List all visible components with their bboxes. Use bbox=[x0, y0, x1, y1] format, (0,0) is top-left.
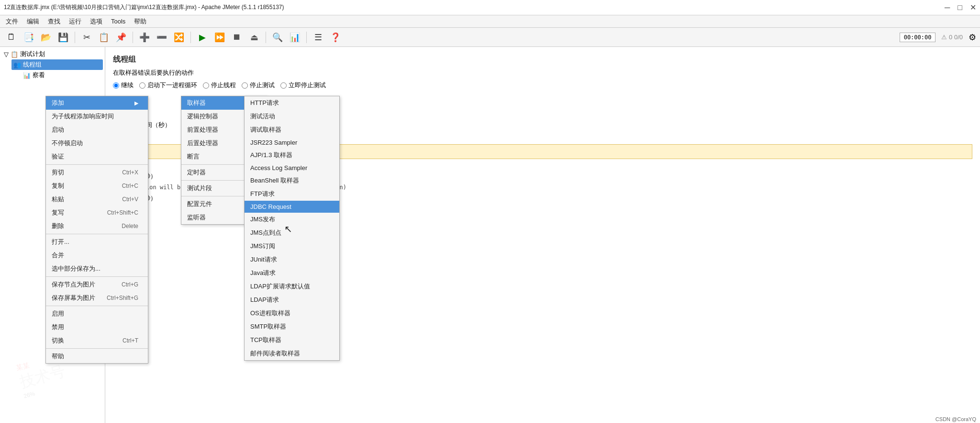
ctx-sep-5 bbox=[46, 348, 148, 349]
ctx-item-validate[interactable]: 验证 bbox=[46, 150, 148, 163]
tree-item-listener[interactable]: 📊 察看 bbox=[21, 70, 103, 80]
ctx-item-smtp-sampler[interactable]: SMTP取样器 bbox=[245, 320, 339, 333]
submenu-arrow-add: ▶ bbox=[134, 100, 138, 106]
thread-group-icon: 👥 bbox=[13, 61, 21, 69]
start-button[interactable]: ▶ bbox=[195, 30, 210, 45]
ctx-item-jms-publisher[interactable]: JMS发布 bbox=[245, 213, 339, 226]
ctx-item-copy[interactable]: 复制 Ctrl+C bbox=[46, 179, 148, 193]
ctx-item-help[interactable]: 帮助 bbox=[46, 350, 148, 363]
ctx-item-os-process-sampler[interactable]: OS进程取样器 bbox=[245, 307, 339, 320]
ctx-shortcut-duplicate: Ctrl+Shift+C bbox=[107, 209, 138, 216]
ctx-item-paste[interactable]: 粘贴 Ctrl+V bbox=[46, 193, 148, 206]
toolbar: 🗒 📑 📂 💾 ✂ 📋 📌 ➕ ➖ 🔀 ▶ ⏩ ⏹ ⏏ 🔍 📊 ☰ ❓ 00:0… bbox=[0, 28, 980, 47]
collapse-icon: ▽ bbox=[4, 51, 9, 58]
menu-item-6[interactable]: 帮助 bbox=[130, 16, 150, 27]
ctx-shortcut-save-screen: Ctrl+Shift+G bbox=[107, 295, 138, 301]
title-controls: ─ □ ✕ bbox=[945, 4, 976, 11]
menu-item-3[interactable]: 运行 bbox=[65, 16, 85, 27]
minimize-button[interactable]: ─ bbox=[945, 4, 950, 11]
menu-item-1[interactable]: 编辑 bbox=[23, 16, 43, 27]
ctx-shortcut-delete: Delete bbox=[122, 223, 138, 229]
ctx-item-ajp-sampler[interactable]: AJP/1.3 取样器 bbox=[245, 149, 339, 162]
menu-item-4[interactable]: 选项 bbox=[86, 16, 106, 27]
ctx-item-jms-point-to-point[interactable]: JMS点到点 bbox=[245, 226, 339, 240]
ctx-item-mail-reader-sampler[interactable]: 邮件阅读者取样器 bbox=[245, 347, 339, 360]
ctx-item-open[interactable]: 打开... bbox=[46, 235, 148, 249]
main-area: ▽ 📋 测试计划 👥 线程组 📊 察看 线程组 在取样器错误后要执行的动作 继续… bbox=[0, 47, 980, 423]
shutdown-button[interactable]: ⏏ bbox=[246, 30, 262, 45]
menu-item-5[interactable]: Tools bbox=[107, 17, 129, 26]
collapse-button[interactable]: ➖ bbox=[154, 30, 169, 45]
ctx-item-http-request[interactable]: HTTP请求 bbox=[245, 96, 339, 110]
ctx-item-ftp-request[interactable]: FTP请求 bbox=[245, 187, 339, 201]
ctx-item-cut[interactable]: 剪切 Ctrl+X bbox=[46, 166, 148, 179]
maximize-button[interactable]: □ bbox=[958, 4, 962, 11]
ctx-item-ldap-request[interactable]: LDAP请求 bbox=[245, 293, 339, 307]
menu-item-0[interactable]: 文件 bbox=[2, 16, 22, 27]
save-button[interactable]: 💾 bbox=[56, 30, 71, 45]
paste-button[interactable]: 📌 bbox=[113, 30, 129, 45]
cut-button[interactable]: ✂ bbox=[79, 30, 94, 45]
radio-group-error-action: 继续 启动下一进程循环 停止线程 停止测试 立即停止测试 bbox=[113, 81, 972, 90]
ctx-item-debug-sampler[interactable]: 调试取样器 bbox=[245, 123, 339, 137]
error-action-section: 在取样器错误后要执行的动作 继续 启动下一进程循环 停止线程 停止测试 立即停止… bbox=[113, 69, 972, 90]
ctx-item-beanshell-sampler[interactable]: BeanShell 取样器 bbox=[245, 174, 339, 187]
context-menu-sampler[interactable]: HTTP请求 测试活动 调试取样器 JSR223 Sampler AJP/1.3… bbox=[244, 96, 340, 361]
menu-item-2[interactable]: 查找 bbox=[44, 16, 64, 27]
ctx-item-test-action[interactable]: 测试活动 bbox=[245, 110, 339, 123]
ctx-item-toggle[interactable]: 切换 Ctrl+T bbox=[46, 334, 148, 347]
error-action-label: 在取样器错误后要执行的动作 bbox=[113, 69, 972, 77]
ctx-item-start-no-pause[interactable]: 不停顿启动 bbox=[46, 137, 148, 150]
ctx-item-java-request[interactable]: Java请求 bbox=[245, 266, 339, 280]
status-bar: CSDN @CoraYQ bbox=[932, 415, 980, 423]
open-template-button[interactable]: 📑 bbox=[21, 30, 36, 45]
tree-item-test-plan[interactable]: ▽ 📋 测试计划 bbox=[2, 49, 103, 59]
ctx-item-tcp-sampler[interactable]: TCP取样器 bbox=[245, 333, 339, 347]
ctx-item-enable[interactable]: 启用 bbox=[46, 307, 148, 320]
ctx-item-add[interactable]: 添加 ▶ bbox=[46, 96, 148, 110]
ctx-item-save-screen-img[interactable]: 保存屏幕为图片 Ctrl+Shift+G bbox=[46, 291, 148, 305]
radio-stop-thread[interactable]: 停止线程 bbox=[203, 81, 236, 90]
toggle-button[interactable]: 🔀 bbox=[171, 30, 187, 45]
radio-continue[interactable]: 继续 bbox=[113, 81, 134, 90]
status-text: CSDN @CoraYQ bbox=[935, 416, 976, 422]
help-button[interactable]: ❓ bbox=[328, 30, 343, 45]
tree-item-thread-group[interactable]: 👥 线程组 bbox=[11, 59, 103, 70]
timer-display: 00:00:00 bbox=[900, 33, 936, 42]
toolbar-separator-3 bbox=[190, 32, 191, 43]
ctx-sep-1 bbox=[46, 164, 148, 165]
ctx-item-start[interactable]: 启动 bbox=[46, 123, 148, 137]
ctx-item-jdbc-request[interactable]: JDBC Request bbox=[245, 201, 339, 213]
stop-button[interactable]: ⏹ bbox=[229, 30, 245, 45]
new-button[interactable]: 🗒 bbox=[4, 30, 19, 45]
templates-button[interactable]: 📊 bbox=[287, 30, 302, 45]
expand-button[interactable]: ➕ bbox=[137, 30, 152, 45]
ctx-item-disable[interactable]: 禁用 bbox=[46, 320, 148, 334]
ctx-shortcut-save-node: Ctrl+G bbox=[122, 281, 138, 288]
ctx-item-jsr223-sampler[interactable]: JSR223 Sampler bbox=[245, 137, 339, 149]
copy-button[interactable]: 📋 bbox=[96, 30, 111, 45]
ctx-item-save-selection[interactable]: 选中部分保存为... bbox=[46, 262, 148, 275]
tree-item-label-listener: 察看 bbox=[33, 71, 45, 80]
browse-button[interactable]: 🔍 bbox=[270, 30, 285, 45]
ctx-item-junit-request[interactable]: JUnit请求 bbox=[245, 253, 339, 266]
ctx-item-ldap-ext-defaults[interactable]: LDAP扩展请求默认值 bbox=[245, 280, 339, 293]
context-menu-thread-group[interactable]: 添加 ▶ 为子线程添加响应时间 启动 不停顿启动 验证 剪切 Ctrl+X 复制 bbox=[45, 96, 148, 364]
ctx-item-access-log-sampler[interactable]: Access Log Sampler bbox=[245, 162, 339, 174]
ctx-item-delete[interactable]: 删除 Delete bbox=[46, 219, 148, 233]
ctx-item-add-think-time[interactable]: 为子线程添加响应时间 bbox=[46, 110, 148, 123]
radio-next-loop[interactable]: 启动下一进程循环 bbox=[139, 81, 197, 90]
ctx-item-save-node-img[interactable]: 保存节点为图片 Ctrl+G bbox=[46, 278, 148, 291]
close-button[interactable]: ✕ bbox=[970, 4, 976, 11]
open-button[interactable]: 📂 bbox=[38, 30, 54, 45]
radio-stop-test[interactable]: 停止测试 bbox=[242, 81, 275, 90]
toolbar-separator-4 bbox=[266, 32, 266, 43]
listener-icon: 📊 bbox=[23, 72, 31, 79]
ctx-item-duplicate[interactable]: 复写 Ctrl+Shift+C bbox=[46, 206, 148, 219]
tree-item-label-thread-group: 线程组 bbox=[23, 60, 42, 69]
radio-stop-now[interactable]: 立即停止测试 bbox=[280, 81, 326, 90]
start-no-pause-button[interactable]: ⏩ bbox=[212, 30, 227, 45]
ctx-item-jms-subscriber[interactable]: JMS订阅 bbox=[245, 240, 339, 253]
list-button[interactable]: ☰ bbox=[311, 30, 326, 45]
ctx-item-merge[interactable]: 合并 bbox=[46, 249, 148, 262]
